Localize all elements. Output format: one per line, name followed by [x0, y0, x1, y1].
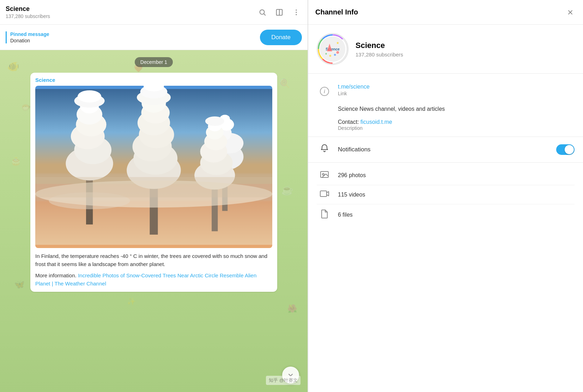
videos-row[interactable]: 115 videos [317, 185, 575, 204]
files-label: 6 files [338, 212, 353, 218]
channel-subscriber-count: 137,280 subscribers [356, 52, 403, 58]
svg-point-5 [296, 12, 297, 13]
pinned-text: Donation [10, 38, 253, 43]
message-more-text: More information. Incredible Photos of S… [35, 272, 272, 288]
more-label: More information. [35, 272, 77, 278]
contact-prefix: Contact: [338, 119, 359, 125]
svg-point-69 [322, 174, 324, 175]
notifications-toggle[interactable] [556, 144, 575, 155]
files-row[interactable]: 6 files [317, 204, 575, 225]
pinned-bar: Pinned message Donation Donate [0, 25, 308, 50]
chat-header-actions [257, 7, 302, 18]
bell-icon [317, 144, 332, 155]
svg-line-1 [264, 14, 265, 15]
chat-subscribers: 137,280 subscribers [6, 13, 257, 19]
date-badge: December 1 [135, 57, 173, 67]
contact-link[interactable]: ficusoid.t.me [360, 119, 392, 125]
close-icon[interactable] [565, 7, 576, 18]
info-header: Channel Info [308, 0, 583, 25]
link-label: Link [338, 91, 575, 96]
info-panel: Channel Info [308, 0, 583, 392]
toggle-knob [565, 145, 574, 154]
svg-point-65 [329, 55, 331, 57]
svg-point-63 [336, 51, 339, 54]
notifications-section: Notifications [308, 137, 583, 163]
description-label: Description [338, 125, 575, 131]
svg-point-4 [296, 9, 297, 10]
photos-icon [317, 170, 332, 180]
message-image [35, 86, 272, 248]
channel-link[interactable]: t.me/science [338, 84, 575, 90]
chat-header: Science 137,280 subscribers [0, 0, 308, 25]
channel-description: Science News channel, videos and article… [338, 105, 575, 113]
notifications-label: Notifications [338, 146, 556, 153]
svg-point-6 [296, 14, 297, 15]
svg-point-24 [78, 90, 101, 103]
channel-name: Science [356, 41, 403, 50]
channel-contact-block: Contact: ficusoid.t.me Description [317, 119, 575, 131]
chat-panel: Science 137,280 subscribers [0, 0, 308, 392]
chat-title: Science [6, 5, 257, 13]
info-icon: i [317, 84, 332, 99]
svg-text:★: ★ [325, 52, 327, 55]
svg-point-43 [205, 116, 224, 126]
channel-profile: Science ★ ★ Science 137,280 subscribers [308, 25, 583, 74]
videos-label: 115 videos [338, 192, 365, 198]
more-icon[interactable] [291, 7, 302, 18]
chat-header-info: Science 137,280 subscribers [6, 5, 257, 19]
svg-rect-46 [35, 177, 272, 198]
watermark: 知乎 @叶赛文 [266, 376, 300, 385]
svg-rect-68 [321, 171, 328, 177]
message-bubble: Science [30, 73, 277, 292]
channel-info-text: Science 137,280 subscribers [356, 41, 403, 58]
svg-text:i: i [324, 89, 325, 94]
notifications-row: Notifications [317, 138, 575, 161]
info-panel-title: Channel Info [315, 8, 565, 16]
files-icon [317, 209, 332, 220]
search-icon[interactable] [257, 7, 268, 18]
donate-button[interactable]: Donate [260, 30, 302, 45]
svg-text:★: ★ [336, 41, 339, 45]
svg-point-64 [334, 54, 336, 56]
photos-row[interactable]: 296 photos [317, 165, 575, 185]
channel-avatar: Science ★ ★ [317, 33, 348, 65]
channel-description-block: Science News channel, videos and article… [317, 105, 575, 113]
channel-contact-row: Contact: ficusoid.t.me [338, 119, 575, 125]
pinned-label: Pinned message [10, 31, 253, 37]
channel-link-row: i t.me/science Link [317, 79, 575, 103]
columns-icon[interactable] [274, 7, 285, 18]
photos-label: 296 photos [338, 172, 366, 179]
channel-link-content: t.me/science Link [338, 84, 575, 96]
channel-details-section: i t.me/science Link Science News channel… [308, 74, 583, 137]
chat-background: 🐠 🍭 🐡 🌸 🎂 ☕ ⭐ 🎁 🦋 🌺 ❤️ 🌙 🍀 ✨ December 1 … [0, 50, 308, 392]
message-text: In Finland, the temperature reaches -40 … [35, 252, 272, 268]
pinned-message-content[interactable]: Pinned message Donation [6, 31, 253, 43]
videos-icon [317, 190, 332, 199]
message-sender: Science [35, 77, 272, 83]
svg-rect-70 [320, 191, 327, 197]
media-section: 296 photos 115 videos 6 files [308, 163, 583, 228]
